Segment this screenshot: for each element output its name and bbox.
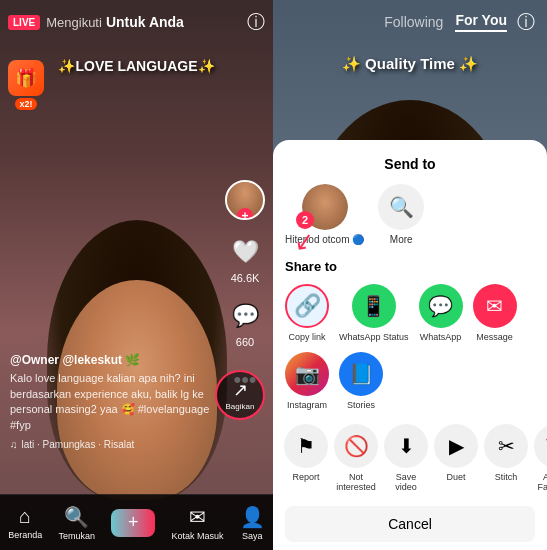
stitch-icon: ✂ [484,424,528,468]
plus-icon: + [128,512,139,533]
nav-create[interactable]: + [111,509,155,537]
instagram-icon: 📷 [285,352,329,396]
duet-label: Duet [446,472,465,482]
contacts-row: Hitenod otcom 🔵 🔍 More [285,184,535,245]
right-icons: + 🤍 46.6K 💬 660 ••• [225,180,265,398]
whatsapp-status-label: WhatsApp Status [339,332,409,342]
whatsapp-status-icon: 📱 [352,284,396,328]
share-icon: ↗ [233,379,248,401]
instagram-label: Instagram [287,400,327,410]
stories-icon: 📘 [339,352,383,396]
left-top-bar: LIVE Mengikuti Untuk Anda ⓘ [0,0,273,44]
creator-avatar[interactable]: + [225,180,265,220]
copy-link-icon: 🔗 [285,284,329,328]
more-contacts-item[interactable]: 🔍 More [376,184,426,245]
not-interested-item[interactable]: 🚫 Not interested [335,424,377,492]
report-icon: ⚑ [284,424,328,468]
arrow-indicator: ↗ [293,229,317,256]
more-label: More [390,234,413,245]
heart-icon: 🤍 [227,234,263,270]
following-label[interactable]: Mengikuti [46,15,102,30]
report-item[interactable]: ⚑ Report [285,424,327,492]
bottom-navigation: ⌂ Beranda 🔍 Temukan + ✉ Kotak Masuk 👤 Sa… [0,494,273,550]
share-title: Share to [285,259,535,274]
indicator-group: 2 ↗ [295,211,315,255]
like-button[interactable]: 🤍 46.6K [227,234,263,284]
info-icon-left[interactable]: ⓘ [247,10,265,34]
right-top-bar: Following For You ⓘ [273,0,547,44]
send-title: Send to [285,156,535,172]
x2-badge: x2! [15,98,36,110]
whatsapp-status-item[interactable]: 📱 WhatsApp Status [339,284,409,342]
search-label: Temukan [58,531,95,541]
live-badge: LIVE [8,15,40,30]
home-icon: ⌂ [19,505,31,528]
nav-profile[interactable]: 👤 Saya [240,505,265,541]
create-button[interactable]: + [111,509,155,537]
video-title-left: ✨LOVE LANGUAGE✨ [58,58,214,74]
inbox-label: Kotak Masuk [172,531,224,541]
gift-box[interactable]: 🎁 x2! [8,60,44,110]
message-icon: ✉ [473,284,517,328]
gift-icon: 🎁 [8,60,44,96]
message-label: Message [476,332,513,342]
comment-count: 660 [236,336,254,348]
music-text: lati · Pamungkas · Risalat [22,439,135,450]
actions-row: ⚑ Report 🚫 Not interested ⬇ Save video ▶… [285,424,535,492]
save-video-label: Save video [385,472,427,492]
profile-label: Saya [242,531,263,541]
search-contacts-icon: 🔍 [378,184,424,230]
video-description: Kalo love language kalian apa nih? ini b… [10,371,223,433]
following-tab[interactable]: Following [384,14,443,30]
copy-link-label: Copy link [288,332,325,342]
send-panel: Send to Hitenod otcom 🔵 🔍 More Share to … [273,140,547,550]
favorites-icon: 🔖 [534,424,547,468]
message-item[interactable]: ✉ Message [473,284,517,342]
whatsapp-icon: 💬 [419,284,463,328]
music-note: ♫ [10,439,18,450]
comment-icon: 💬 [227,298,263,334]
stitch-label: Stitch [495,472,518,482]
nav-home[interactable]: ⌂ Beranda [8,505,42,540]
report-label: Report [292,472,319,482]
left-video-panel: LIVE Mengikuti Untuk Anda ⓘ 🎁 x2! ✨LOVE … [0,0,273,550]
search-icon: 🔍 [64,505,89,529]
profile-icon: 👤 [240,505,265,529]
stitch-item[interactable]: ✂ Stitch [485,424,527,492]
share-button[interactable]: ↗ Bagikan [215,370,265,420]
comment-button[interactable]: 💬 660 [227,298,263,348]
inbox-icon: ✉ [189,505,206,529]
like-count: 46.6K [231,272,260,284]
stories-label: Stories [347,400,375,410]
user-info: @Owner @lekeskut 🌿 Kalo love language ka… [10,353,223,450]
share-button-overlay[interactable]: ↗ Bagikan [215,370,265,420]
copy-link-item[interactable]: 🔗 Copy link [285,284,329,342]
right-video-panel: Following For You ⓘ ✨ Quality Time ✨ Sen… [273,0,547,550]
page-title-left[interactable]: Untuk Anda [106,14,184,30]
follow-button[interactable]: + [237,208,253,220]
share-label: Bagikan [226,402,255,411]
nav-search[interactable]: 🔍 Temukan [58,505,95,541]
favorites-item[interactable]: 🔖 Add to Favorites [535,424,547,492]
nav-inbox[interactable]: ✉ Kotak Masuk [172,505,224,541]
instagram-item[interactable]: 📷 Instagram [285,352,329,410]
whatsapp-label: WhatsApp [420,332,462,342]
whatsapp-item[interactable]: 💬 WhatsApp [419,284,463,342]
video-title-right: ✨ Quality Time ✨ [273,55,547,73]
not-interested-label: Not interested [335,472,377,492]
share-grid: 🔗 Copy link 📱 WhatsApp Status 💬 WhatsApp… [285,284,535,410]
foryou-tab[interactable]: For You [455,12,507,32]
duet-icon: ▶ [434,424,478,468]
favorites-label: Add to Favorites [535,472,547,492]
save-video-item[interactable]: ⬇ Save video [385,424,427,492]
not-interested-icon: 🚫 [334,424,378,468]
music-info: ♫ lati · Pamungkas · Risalat [10,439,223,450]
stories-item[interactable]: 📘 Stories [339,352,383,410]
cancel-button[interactable]: Cancel [285,506,535,542]
username[interactable]: @Owner @lekeskut 🌿 [10,353,223,367]
home-label: Beranda [8,530,42,540]
info-icon-right[interactable]: ⓘ [517,10,535,34]
duet-item[interactable]: ▶ Duet [435,424,477,492]
save-video-icon: ⬇ [384,424,428,468]
num-indicator: 2 [296,211,314,229]
